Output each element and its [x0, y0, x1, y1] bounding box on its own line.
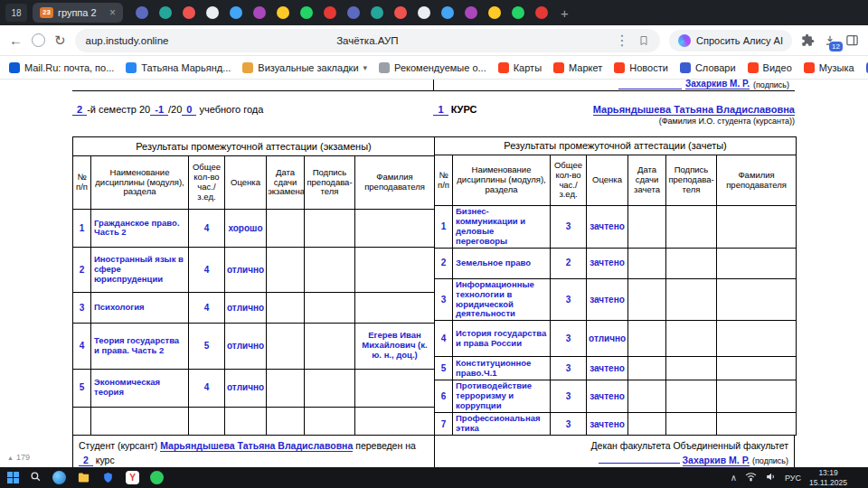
active-tab[interactable]: 23 группа 2 ×: [33, 3, 123, 23]
tab-favicon[interactable]: [253, 6, 266, 19]
grade: отлично: [225, 247, 267, 292]
table-row: 2Земельное право2зачтено: [435, 248, 797, 278]
downloads-badge: 12: [829, 42, 843, 52]
discipline-name: Конституционное право.Ч.1: [453, 357, 551, 380]
bookmark-item[interactable]: Маркет: [553, 62, 602, 73]
tab-close-icon[interactable]: ×: [109, 6, 116, 19]
tab-favicon[interactable]: [418, 6, 430, 19]
table-row: [73, 407, 435, 436]
extensions-puzzle-icon[interactable]: [801, 33, 815, 47]
bookmark-item[interactable]: Карты: [498, 62, 542, 73]
bookmark-item[interactable]: Татьяна Марьянд...: [126, 62, 231, 73]
browser-app-icon[interactable]: [52, 471, 66, 484]
alice-button[interactable]: Спросить Алису AI: [669, 30, 792, 52]
dean-signature-link[interactable]: Захаркив М. Р.: [685, 80, 750, 89]
bookmark-item[interactable]: Словари: [680, 62, 736, 73]
bookmark-item[interactable]: Музыка: [804, 62, 854, 73]
hidden-widget-toggle[interactable]: ▲ 179: [7, 453, 30, 462]
table-row: 4Теория государства и права. Часть 25отл…: [73, 324, 435, 369]
yandex-browser-app-icon[interactable]: Y: [126, 471, 139, 484]
clock[interactable]: 13:19 15.11.2025: [809, 468, 847, 487]
refresh-button[interactable]: ↻: [54, 33, 66, 47]
exams-table: Результаты промежуточной аттестации (экз…: [72, 136, 435, 436]
tab-favicon[interactable]: [277, 6, 289, 19]
active-tab-label: группа 2: [58, 7, 97, 18]
tab-favicon[interactable]: [371, 6, 383, 19]
tab-favicon[interactable]: [183, 6, 195, 19]
credits-table: Результаты промежуточной аттестации (зач…: [434, 136, 797, 436]
messenger-app-icon[interactable]: [150, 471, 164, 484]
tab-favicon[interactable]: [300, 6, 313, 19]
col-header: Дата сдачи зачета: [628, 155, 666, 206]
teacher-name: [717, 248, 797, 278]
tab-favicon[interactable]: [465, 6, 477, 19]
dean-line: Декан факультета Объединенный факультет …: [435, 436, 794, 467]
bookmark-label: Визуальные закладки: [258, 62, 358, 73]
tab-favicon[interactable]: [535, 6, 548, 19]
bookmark-item[interactable]: Визуальные закладки▾: [242, 62, 367, 73]
bookmark-label: Новости: [629, 62, 668, 73]
tab-favicon[interactable]: [512, 6, 524, 19]
start-button[interactable]: [7, 472, 19, 483]
bookmark-flag-icon[interactable]: [638, 35, 649, 46]
tab-favicon[interactable]: [347, 6, 360, 19]
discipline-name: Профессиональная этика: [453, 413, 551, 436]
bookmark-item[interactable]: Рекомендуемые о...: [379, 62, 486, 73]
discipline-name: Гражданское право. Часть 2: [91, 209, 189, 247]
year-start: -1: [150, 104, 168, 116]
hours: 3: [551, 413, 587, 436]
tab-favicon[interactable]: [488, 6, 501, 19]
student-name-link[interactable]: Марьяндышева Татьяна Владиславовна: [160, 440, 353, 452]
site-info-icon[interactable]: [32, 33, 45, 47]
col-header: Оценка: [225, 156, 267, 210]
language-indicator[interactable]: РУС: [785, 474, 801, 483]
volume-icon[interactable]: [765, 470, 777, 486]
grade: отлично: [225, 369, 267, 407]
tab-favicon[interactable]: [441, 6, 454, 19]
exam-date: [267, 324, 305, 369]
bookmark-item[interactable]: Видео: [748, 62, 792, 73]
wifi-icon[interactable]: [745, 470, 757, 486]
tab-favicon[interactable]: [159, 6, 172, 19]
teacher-signature: [666, 413, 717, 436]
bookmark-item[interactable]: Новости: [614, 62, 668, 73]
taskbar-search-icon[interactable]: [30, 470, 42, 486]
security-app-icon[interactable]: [101, 471, 115, 484]
explorer-app-icon[interactable]: [77, 471, 90, 484]
exam-date: [267, 293, 305, 324]
transfer-course-number: 2: [79, 455, 93, 466]
tab-favicon[interactable]: [136, 6, 148, 19]
sidebar-panel-icon[interactable]: [845, 33, 859, 47]
teacher-signature: [305, 407, 355, 436]
tab-favicon[interactable]: [324, 6, 336, 19]
bookmark-favicon: [804, 62, 815, 73]
teacher-signature: [666, 248, 717, 278]
results-tables: Результаты промежуточной аттестации (экз…: [72, 136, 795, 436]
tab-count-button[interactable]: 18: [5, 4, 27, 22]
tray-chevron-icon[interactable]: ∧: [731, 473, 737, 483]
teacher-signature: [666, 380, 717, 413]
grade: зачтено: [587, 206, 628, 249]
bookmark-item[interactable]: Mail.Ru: почта, по...: [9, 62, 114, 73]
col-header: № п/п: [435, 155, 453, 206]
tab-favicon[interactable]: [230, 6, 242, 19]
exam-date: [267, 247, 305, 292]
more-dots-icon[interactable]: ⋮: [615, 32, 629, 49]
col-header: Фамилия преподавателя: [717, 155, 797, 206]
row-num: 2: [435, 248, 453, 278]
tab-favicon[interactable]: [206, 6, 219, 19]
discipline-name: Информационные технологии в юридической …: [453, 278, 551, 321]
hours: 4: [189, 209, 225, 247]
tab-favicon[interactable]: [394, 6, 407, 19]
hours: 5: [189, 324, 225, 369]
new-tab-button[interactable]: +: [561, 5, 569, 21]
hours: 4: [189, 369, 225, 407]
dean-signature-link[interactable]: Захаркив М. Р.: [683, 455, 750, 466]
teacher-signature: [305, 293, 355, 324]
address-bar[interactable]: Зачётка.АУП aup.instudy.online ⋮: [75, 29, 660, 52]
downloads-button[interactable]: 12: [824, 34, 836, 47]
student-name-link[interactable]: Марьяндышева Татьяна Владиславовна: [593, 104, 795, 116]
hours: 4: [189, 293, 225, 324]
bookmark-favicon: [498, 62, 509, 73]
back-button[interactable]: ←: [9, 33, 23, 47]
